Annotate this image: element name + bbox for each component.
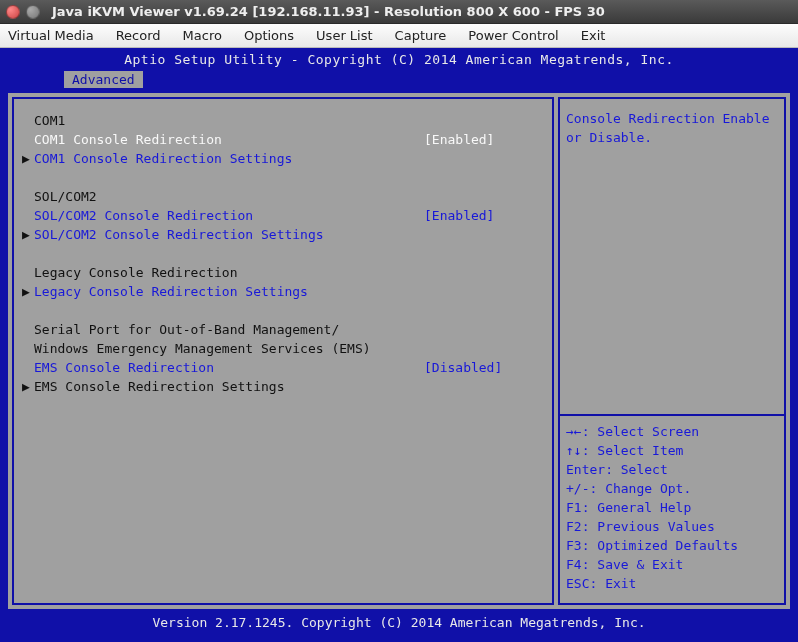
menu-power-control[interactable]: Power Control <box>468 28 558 43</box>
key-optimized-defaults: F3: Optimized Defaults <box>566 536 778 555</box>
key-change-opt: +/-: Change Opt. <box>566 479 778 498</box>
key-enter: Enter: Select <box>566 460 778 479</box>
bios-header: Aptio Setup Utility - Copyright (C) 2014… <box>0 48 798 71</box>
help-text: Console Redirection Enable or Disable. <box>566 109 778 147</box>
sol-com2-header: SOL/COM2 <box>22 187 544 206</box>
com1-header: COM1 <box>22 111 544 130</box>
minimize-icon[interactable] <box>26 5 40 19</box>
key-select-item: ↑↓: Select Item <box>566 441 778 460</box>
menu-virtual-media[interactable]: Virtual Media <box>8 28 94 43</box>
settings-pane: COM1 COM1 Console Redirection[Enabled] ▶… <box>12 97 554 605</box>
tab-advanced[interactable]: Advanced <box>64 71 143 88</box>
menu-macro[interactable]: Macro <box>183 28 222 43</box>
key-esc-exit: ESC: Exit <box>566 574 778 593</box>
help-pane: Console Redirection Enable or Disable. →… <box>558 97 786 605</box>
legacy-console-redirection-settings[interactable]: ▶Legacy Console Redirection Settings <box>22 282 544 301</box>
ems-console-redirection-settings[interactable]: ▶EMS Console Redirection Settings <box>22 377 544 396</box>
window-title: Java iKVM Viewer v1.69.24 [192.168.11.93… <box>52 4 605 19</box>
key-general-help: F1: General Help <box>566 498 778 517</box>
bios-screen: Aptio Setup Utility - Copyright (C) 2014… <box>0 48 798 642</box>
bios-body: COM1 COM1 Console Redirection[Enabled] ▶… <box>6 91 792 611</box>
menu-user-list[interactable]: User List <box>316 28 373 43</box>
com1-console-redirection[interactable]: COM1 Console Redirection[Enabled] <box>22 130 544 149</box>
serial-port-header-1: Serial Port for Out-of-Band Management/ <box>22 320 544 339</box>
sol-com2-console-redirection-settings[interactable]: ▶SOL/COM2 Console Redirection Settings <box>22 225 544 244</box>
legacy-header: Legacy Console Redirection <box>22 263 544 282</box>
window-titlebar: Java iKVM Viewer v1.69.24 [192.168.11.93… <box>0 0 798 24</box>
sol-com2-console-redirection[interactable]: SOL/COM2 Console Redirection[Enabled] <box>22 206 544 225</box>
key-previous-values: F2: Previous Values <box>566 517 778 536</box>
menu-options[interactable]: Options <box>244 28 294 43</box>
menu-record[interactable]: Record <box>116 28 161 43</box>
tab-row: Advanced <box>0 71 798 91</box>
key-select-screen: →←: Select Screen <box>566 422 778 441</box>
menu-exit[interactable]: Exit <box>581 28 606 43</box>
ems-console-redirection[interactable]: EMS Console Redirection[Disabled] <box>22 358 544 377</box>
serial-port-header-2: Windows Emergency Management Services (E… <box>22 339 544 358</box>
help-divider <box>560 414 784 416</box>
bios-footer: Version 2.17.1245. Copyright (C) 2014 Am… <box>0 611 798 634</box>
menubar: Virtual Media Record Macro Options User … <box>0 24 798 48</box>
key-save-exit: F4: Save & Exit <box>566 555 778 574</box>
menu-capture[interactable]: Capture <box>395 28 447 43</box>
com1-console-redirection-settings[interactable]: ▶COM1 Console Redirection Settings <box>22 149 544 168</box>
close-icon[interactable] <box>6 5 20 19</box>
